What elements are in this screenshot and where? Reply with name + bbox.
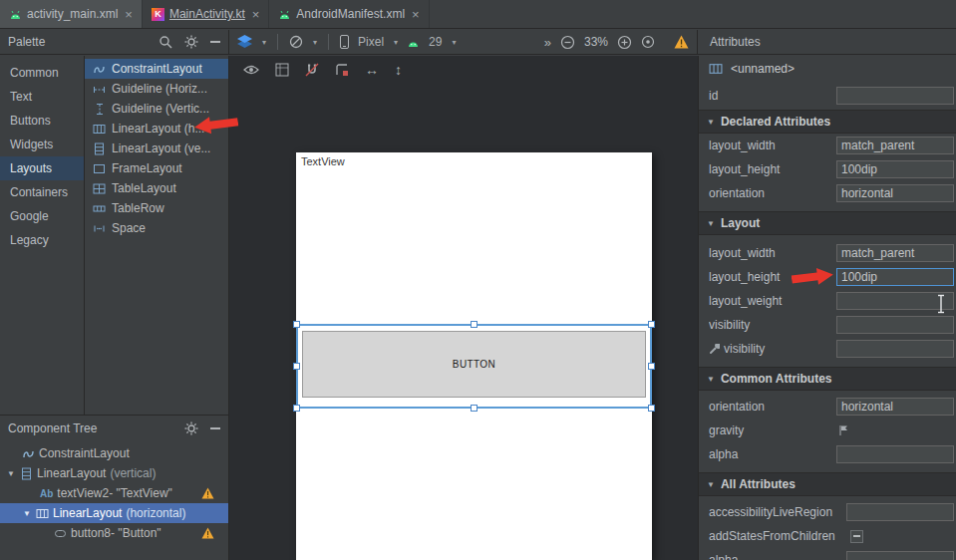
palette-category-widgets[interactable]: Widgets — [0, 133, 84, 156]
palette-item-label: ConstraintLayout — [112, 62, 202, 76]
palette-category-text[interactable]: Text — [0, 85, 84, 109]
id-field[interactable] — [836, 87, 954, 105]
visibility-field[interactable] — [836, 316, 954, 334]
selection-handle[interactable] — [293, 405, 300, 412]
zoom-to-fit-icon[interactable] — [641, 35, 655, 49]
palette-item-space[interactable]: Space — [85, 218, 228, 238]
search-icon[interactable] — [159, 35, 172, 49]
tree-item-linearlayout-vertical[interactable]: ▼ LinearLayout (vertical) — [0, 463, 228, 483]
design-surface-layers-icon[interactable] — [237, 35, 252, 49]
attr-label-layout-height: layout_height — [709, 162, 836, 176]
common-alpha-field[interactable] — [836, 445, 954, 463]
palette-category-buttons[interactable]: Buttons — [0, 109, 84, 133]
canvas-button[interactable]: BUTTON — [302, 331, 646, 398]
selection-handle[interactable] — [648, 363, 655, 370]
default-margins-icon[interactable] — [335, 63, 349, 77]
section-declared-attributes[interactable]: ▼ Declared Attributes — [699, 110, 956, 134]
view-options-icon[interactable] — [243, 64, 259, 76]
zoom-out-icon[interactable] — [560, 35, 575, 50]
layout-weight-field[interactable] — [836, 292, 954, 310]
tab-activity-main-xml[interactable]: activity_main.xml × — [0, 0, 143, 28]
canvas-textview[interactable]: TextView — [301, 155, 345, 167]
palette-item-tablerow[interactable]: TableRow — [85, 198, 228, 218]
flag-icon[interactable] — [838, 424, 848, 436]
declared-orientation-field[interactable]: horizontal — [836, 184, 954, 202]
palette-item-guideline-horizontal[interactable]: Guideline (Horiz... — [85, 79, 228, 99]
palette-item-tablelayout[interactable]: TableLayout — [85, 178, 228, 198]
declared-layout-height-field[interactable]: 100dip — [836, 160, 954, 178]
selection-handle[interactable] — [471, 321, 478, 328]
attr-row: layout_height 100dip — [699, 157, 956, 181]
api-level-selector[interactable]: 29 — [429, 35, 442, 49]
orientation-theme-icon[interactable] — [289, 35, 303, 49]
close-icon[interactable]: × — [412, 8, 420, 21]
common-orientation-field[interactable]: horizontal — [836, 398, 954, 416]
palette-item-linearlayout-horizontal[interactable]: LinearLayout (h... — [85, 119, 228, 139]
tree-item-button8[interactable]: button8- "Button" — [0, 523, 228, 543]
palette-category-containers[interactable]: Containers — [0, 180, 84, 204]
tree-item-suffix: (vertical) — [110, 466, 156, 480]
palette-item-framelayout[interactable]: FrameLayout — [85, 158, 228, 178]
tree-item-textview2[interactable]: Ab textView2- "TextView" — [0, 483, 228, 503]
declared-layout-width-field[interactable]: match_parent — [836, 137, 954, 154]
surface-toolbar: ↔ ↕ — [229, 56, 698, 84]
warning-icon[interactable] — [201, 487, 214, 499]
tree-item-constraintlayout[interactable]: ConstraintLayout — [0, 443, 228, 463]
chevron-down-icon: ▼ — [707, 219, 715, 228]
hide-panel-icon[interactable] — [210, 427, 220, 429]
id-label: id — [709, 89, 836, 103]
expand-horizontal-icon[interactable]: ↔ — [365, 62, 379, 78]
selection-handle[interactable] — [648, 321, 655, 328]
framelayout-icon — [93, 162, 106, 175]
tab-mainactivity-kt[interactable]: K MainActivity.kt × — [143, 0, 269, 28]
palette-item-constraintlayout[interactable]: ConstraintLayout — [85, 59, 228, 79]
warning-icon[interactable] — [201, 527, 214, 539]
palette-category-layouts[interactable]: Layouts — [0, 156, 84, 180]
palette-item-linearlayout-vertical[interactable]: LinearLayout (ve... — [85, 139, 228, 158]
expander-icon[interactable]: ▼ — [22, 509, 32, 518]
section-layout[interactable]: ▼ Layout — [699, 211, 956, 235]
palette-category-common[interactable]: Common — [0, 61, 84, 85]
autoconnect-off-icon[interactable] — [305, 63, 319, 77]
palette-category-legacy[interactable]: Legacy — [0, 228, 84, 252]
gear-icon[interactable] — [184, 35, 198, 49]
all-alpha-field[interactable] — [846, 551, 954, 560]
accessibilityliveregion-field[interactable] — [846, 503, 954, 521]
palette-category-google[interactable]: Google — [0, 204, 84, 228]
close-icon[interactable]: × — [252, 8, 260, 21]
hide-panel-icon[interactable] — [210, 41, 220, 43]
zoom-in-icon[interactable] — [617, 35, 632, 50]
layout-height-field[interactable]: 100dip — [836, 268, 954, 286]
palette-item-guideline-vertical[interactable]: Guideline (Vertic... — [85, 99, 228, 119]
tools-visibility-field[interactable] — [836, 340, 954, 358]
expand-vertical-icon[interactable]: ↕ — [395, 62, 402, 78]
tree-item-label: button8- "Button" — [71, 526, 161, 540]
selection-handle[interactable] — [293, 321, 300, 328]
design-canvas[interactable]: ↔ ↕ TextView BUTTON — [229, 56, 698, 560]
selected-linearlayout-bounds[interactable]: BUTTON — [296, 324, 652, 409]
show-constraints-icon[interactable] — [275, 63, 289, 77]
layout-body: layout_width match_parent layout_height … — [699, 235, 956, 361]
palette-item-label: TableRow — [112, 201, 164, 215]
close-icon[interactable]: × — [125, 8, 133, 21]
section-common-attributes[interactable]: ▼ Common Attributes — [699, 367, 956, 391]
attr-label-orientation: orientation — [709, 400, 836, 414]
layout-width-field[interactable]: match_parent — [836, 244, 954, 262]
gear-icon[interactable] — [184, 421, 198, 435]
section-all-attributes[interactable]: ▼ All Attributes — [699, 472, 956, 496]
device-selector[interactable]: Pixel — [358, 35, 384, 49]
selection-handle[interactable] — [471, 405, 478, 412]
selection-handle[interactable] — [293, 363, 300, 370]
warnings-icon[interactable] — [674, 35, 689, 49]
selection-handle[interactable] — [648, 405, 655, 412]
editor-tab-bar: activity_main.xml × K MainActivity.kt × … — [0, 0, 956, 29]
tree-item-linearlayout-horizontal[interactable]: ▼ LinearLayout (horizontal) — [0, 503, 228, 523]
palette-item-label: TableLayout — [112, 181, 176, 195]
palette-item-label: FrameLayout — [112, 161, 182, 175]
toolbar-overflow-icon[interactable]: » — [544, 35, 551, 50]
left-pane: Common Text Buttons Widgets Layouts Cont… — [0, 56, 229, 560]
checkbox-indeterminate[interactable] — [850, 530, 863, 543]
android-file-icon — [9, 8, 22, 20]
expander-icon[interactable]: ▼ — [6, 469, 16, 478]
tab-androidmanifest-xml[interactable]: AndroidManifest.xml × — [269, 0, 429, 28]
